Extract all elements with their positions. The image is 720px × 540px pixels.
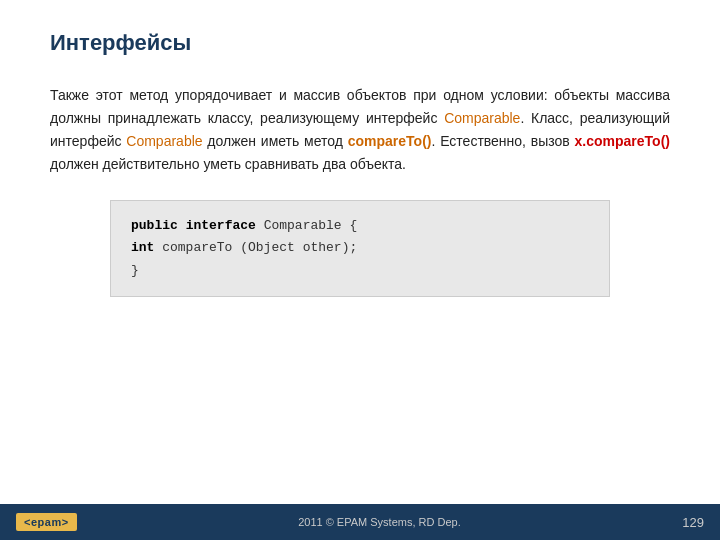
slide: Интерфейсы Также этот метод упорядочивае… (0, 0, 720, 540)
code-line3: } (131, 260, 589, 282)
code-class-name: Comparable { (264, 218, 358, 233)
code-method: compareTo (Object other); (154, 240, 357, 255)
text-part4: . Естественно, вызов (431, 133, 574, 149)
code-keyword-public: public (131, 218, 178, 233)
xCompareTo-highlight: x.compareTo() (575, 133, 670, 149)
footer: <epam> 2011 © EPAM Systems, RD Dep. 129 (0, 504, 720, 540)
code-closing-brace: } (131, 263, 139, 278)
compareTo-highlight: compareTo() (348, 133, 432, 149)
code-block: public interface Comparable { int compar… (110, 200, 610, 296)
footer-copyright: 2011 © EPAM Systems, RD Dep. (298, 516, 461, 528)
code-type-int: int (131, 240, 154, 255)
slide-title: Интерфейсы (50, 30, 670, 56)
comparable2-highlight: Comparable (126, 133, 202, 149)
footer-page-number: 129 (682, 515, 704, 530)
code-line1: public interface Comparable { (131, 215, 589, 237)
text-part5: должен действительно уметь сравнивать дв… (50, 156, 406, 172)
content-area: Интерфейсы Также этот метод упорядочивае… (0, 0, 720, 504)
text-part3: должен иметь метод (203, 133, 348, 149)
code-line2: int compareTo (Object other); (131, 237, 589, 259)
code-keyword-interface: interface (186, 218, 256, 233)
footer-logo-area: <epam> (16, 513, 77, 531)
epam-logo: <epam> (16, 513, 77, 531)
comparable1-highlight: Comparable (444, 110, 520, 126)
main-text: Также этот метод упорядочивает и массив … (50, 84, 670, 176)
